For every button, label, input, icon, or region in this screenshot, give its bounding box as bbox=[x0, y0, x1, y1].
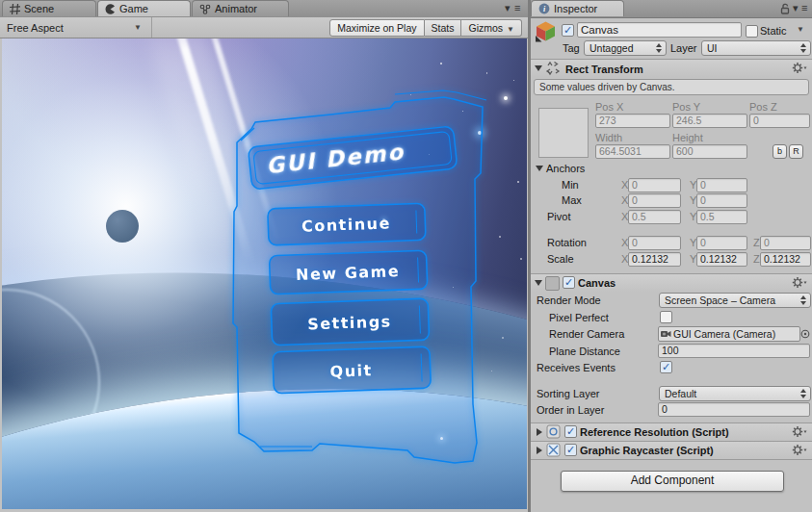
pivot-y-field[interactable]: 0.5 bbox=[696, 210, 747, 224]
plane-distance-field[interactable]: 100 bbox=[658, 344, 810, 358]
inspector-panel: i Inspector ▾ ≡ ✓ Canvas Static ▼ Tag Un… bbox=[531, 0, 812, 512]
width-label: Width bbox=[595, 132, 622, 143]
tab-game-label: Game bbox=[119, 3, 148, 14]
chevron-down-icon: ▼ bbox=[134, 23, 142, 32]
canvas-component-title: Canvas bbox=[578, 277, 616, 289]
tab-game[interactable]: Game bbox=[97, 0, 191, 16]
gizmos-label: Gizmos bbox=[468, 22, 503, 34]
game-viewport: GUI Demo Continue New Game bbox=[2, 38, 527, 509]
menu-button-new-game-label: New Game bbox=[296, 262, 401, 284]
menu-button-continue-label: Continue bbox=[301, 214, 391, 235]
gear-icon[interactable] bbox=[792, 62, 807, 74]
menu-button-new-game[interactable]: New Game bbox=[269, 250, 427, 294]
render-camera-field[interactable]: GUI Camera (Camera) bbox=[658, 326, 800, 342]
graphic-raycaster-checkbox[interactable]: ✓ bbox=[564, 444, 577, 456]
static-checkbox[interactable] bbox=[746, 25, 758, 38]
gameobject-cube-icon[interactable] bbox=[535, 20, 557, 42]
anchor-min-label: Min bbox=[562, 179, 579, 191]
receives-events-checkbox[interactable]: ✓ bbox=[660, 361, 672, 373]
add-component-button[interactable]: Add Component bbox=[561, 471, 784, 492]
graphic-raycaster-foldout[interactable] bbox=[537, 447, 542, 454]
static-label: Static bbox=[760, 25, 787, 37]
menu-button-quit[interactable]: Quit bbox=[273, 346, 431, 394]
aspect-dropdown[interactable]: Free Aspect ▼ bbox=[0, 17, 152, 38]
inspector-dropdown-icon[interactable]: ▾ bbox=[793, 2, 799, 14]
game-pacman-icon bbox=[105, 4, 116, 14]
order-in-layer-field[interactable]: 0 bbox=[658, 402, 810, 417]
anchors-label: Anchors bbox=[546, 163, 585, 174]
aspect-label: Free Aspect bbox=[7, 22, 64, 34]
layer-label: Layer bbox=[670, 42, 697, 54]
rect-transform-icon bbox=[545, 61, 561, 76]
menu-button-settings[interactable]: Settings bbox=[271, 298, 429, 346]
render-mode-value: Screen Space – Camera bbox=[665, 294, 775, 306]
pos-y-label: Pos Y bbox=[672, 101, 700, 113]
sorting-layer-dropdown[interactable]: Default bbox=[659, 386, 811, 401]
updown-icon bbox=[799, 43, 806, 53]
anchor-min-y-field[interactable]: 0 bbox=[696, 178, 747, 192]
inspector-tabstrip: i Inspector ▾ ≡ bbox=[531, 0, 812, 18]
tab-inspector[interactable]: i Inspector bbox=[531, 0, 624, 16]
static-dropdown-icon[interactable]: ▼ bbox=[797, 25, 804, 34]
width-field[interactable]: 664.5031 bbox=[595, 144, 670, 159]
left-pane-dropdown-icon[interactable]: ▾ bbox=[505, 2, 511, 14]
pos-y-field[interactable]: 246.5 bbox=[672, 114, 747, 128]
render-mode-dropdown[interactable]: Screen Space – Camera bbox=[659, 293, 811, 308]
active-checkbox[interactable]: ✓ bbox=[562, 24, 574, 37]
rect-transform-foldout[interactable] bbox=[535, 65, 542, 71]
object-picker-icon[interactable] bbox=[800, 329, 810, 339]
anchor-preview[interactable] bbox=[538, 108, 589, 158]
anchors-foldout[interactable] bbox=[536, 166, 543, 171]
scale-y-field[interactable]: 0.12132 bbox=[696, 252, 747, 267]
menu-button-continue[interactable]: Continue bbox=[268, 203, 426, 245]
gameobject-name-field[interactable]: Canvas bbox=[577, 22, 742, 38]
gear-icon[interactable] bbox=[792, 444, 807, 456]
plane-distance-label: Plane Distance bbox=[549, 346, 620, 357]
camera-icon bbox=[661, 330, 671, 338]
canvas-component-icon bbox=[545, 276, 560, 291]
inspector-menu-icon[interactable]: ≡ bbox=[801, 2, 807, 14]
gizmos-dropdown[interactable]: Gizmos▼ bbox=[461, 19, 522, 37]
scale-z-field[interactable]: 0.12132 bbox=[760, 252, 811, 267]
canvas-enabled-checkbox[interactable]: ✓ bbox=[563, 276, 575, 289]
blueprint-mode-button[interactable]: b bbox=[773, 144, 787, 159]
tab-animator[interactable]: Animator bbox=[192, 0, 289, 16]
render-mode-label: Render Mode bbox=[537, 294, 601, 306]
menu-button-quit-label: Quit bbox=[329, 361, 373, 381]
tag-dropdown[interactable]: Untagged bbox=[584, 40, 667, 56]
pixel-perfect-checkbox[interactable] bbox=[660, 311, 672, 323]
rotation-y-field[interactable]: 0 bbox=[696, 236, 747, 250]
rotation-x-field[interactable]: 0 bbox=[628, 236, 681, 250]
stats-button[interactable]: Stats bbox=[425, 19, 462, 37]
pos-z-field[interactable]: 0 bbox=[749, 114, 810, 128]
menu-button-settings-label: Settings bbox=[307, 312, 392, 333]
pivot-x-field[interactable]: 0.5 bbox=[628, 210, 681, 224]
canvas-foldout[interactable] bbox=[535, 280, 542, 286]
pos-x-field[interactable]: 273 bbox=[595, 114, 670, 128]
updown-icon bbox=[799, 389, 806, 398]
order-in-layer-label: Order in Layer bbox=[537, 404, 604, 416]
scene-grid-icon bbox=[10, 4, 20, 14]
separator bbox=[531, 459, 812, 460]
gui-demo-menu: GUI Demo Continue New Game bbox=[2, 38, 527, 509]
reference-resolution-foldout[interactable] bbox=[537, 428, 542, 436]
sorting-layer-value: Default bbox=[665, 388, 696, 399]
lock-icon[interactable] bbox=[779, 3, 791, 14]
anchor-min-x-field[interactable]: 0 bbox=[628, 178, 681, 192]
maximize-on-play-button[interactable]: Maximize on Play bbox=[329, 19, 424, 37]
raw-edit-mode-button[interactable]: R bbox=[789, 144, 803, 159]
gear-icon[interactable] bbox=[792, 276, 807, 289]
height-field[interactable]: 600 bbox=[672, 144, 747, 159]
axis-label: Z bbox=[753, 253, 760, 265]
gear-icon[interactable] bbox=[792, 425, 807, 438]
rotation-z-field[interactable]: 0 bbox=[760, 236, 811, 250]
anchor-max-x-field[interactable]: 0 bbox=[628, 193, 681, 208]
pos-x-label: Pos X bbox=[595, 101, 623, 113]
tab-animator-label: Animator bbox=[215, 3, 257, 14]
left-pane-menu-icon[interactable]: ≡ bbox=[514, 2, 520, 14]
scale-x-field[interactable]: 0.12132 bbox=[628, 252, 681, 267]
layer-dropdown[interactable]: UI bbox=[701, 40, 811, 56]
reference-resolution-checkbox[interactable]: ✓ bbox=[564, 425, 577, 438]
tab-scene[interactable]: Scene bbox=[2, 0, 96, 16]
anchor-max-y-field[interactable]: 0 bbox=[696, 193, 747, 208]
